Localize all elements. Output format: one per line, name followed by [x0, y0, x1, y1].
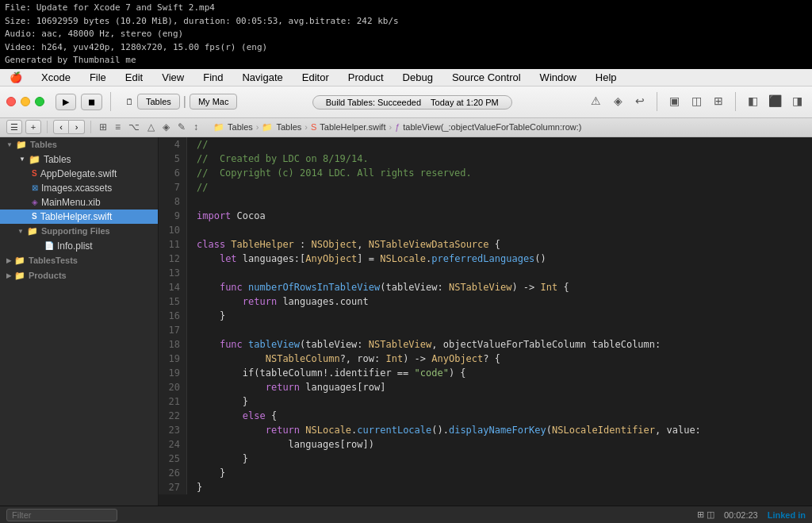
stop-button[interactable]: ◼	[81, 94, 102, 110]
sidebar-item-tables-group[interactable]: ▼ 📁 Tables	[0, 152, 158, 167]
navigator-icon[interactable]: ◧	[744, 92, 761, 110]
linkedin-badge: Linked in	[768, 510, 806, 520]
code-line-5: // Created by LDC on 8/19/14.	[197, 152, 701, 166]
ln-13: 13	[165, 266, 180, 280]
fullscreen-button[interactable]	[35, 97, 44, 106]
code-line-21: }	[197, 394, 701, 409]
toolbar: ▶ ◼ 🗒 Tables | My Mac Build Tables: Succ…	[0, 87, 812, 118]
menu-debug[interactable]: Debug	[400, 70, 436, 85]
editor-assistant-icon[interactable]: ◫	[688, 92, 705, 110]
menu-source-control[interactable]: Source Control	[449, 70, 524, 85]
code-line-17	[197, 323, 701, 337]
ln-8: 8	[165, 194, 180, 209]
info-line-5: Generated by Thumbnail me	[5, 54, 807, 67]
breadcrumb: 📁 Tables › 📁 Tables › S TableHelper.swif…	[204, 117, 806, 137]
sidebar-item-images[interactable]: ⊠ Images.xcassets	[0, 181, 158, 195]
menu-file[interactable]: File	[86, 70, 109, 85]
menu-product[interactable]: Product	[345, 70, 387, 85]
code-line-7: //	[197, 180, 701, 194]
nav-btns: ‹ ›	[53, 120, 85, 134]
inspector-icon[interactable]: ◨	[788, 92, 806, 110]
menu-xcode[interactable]: Xcode	[38, 70, 74, 85]
code-line-26: }	[197, 466, 701, 480]
menu-find[interactable]: Find	[200, 70, 226, 85]
breadcrumb-icon-2: 📁	[262, 122, 273, 133]
debug-icon[interactable]: ⬛	[766, 92, 783, 110]
warning-icon[interactable]: ⚠	[587, 92, 604, 110]
timestamp: 00:02:23	[724, 510, 758, 520]
close-button[interactable]	[6, 97, 16, 106]
sidebar-item-label-tablehelper: TableHelper.swift	[40, 211, 113, 222]
main-area: ▼ 📁 Tables ▼ 📁 Tables S AppDelegate.swif…	[0, 137, 812, 524]
secondary-toolbar: ☰ + ‹ › ⊞ ≡ ⌥ △ ◈ ✎ ↕ 📁 Tables › 📁 Table…	[0, 118, 812, 137]
breakpoint-nav-icon[interactable]: ◈	[160, 121, 172, 133]
sidebar: ▼ 📁 Tables ▼ 📁 Tables S AppDelegate.swif…	[0, 137, 159, 524]
code-line-6: // Copyright (c) 2014 LDC. All rights re…	[197, 166, 701, 180]
sidebar-item-label-images: Images.xcassets	[41, 183, 112, 194]
sidebar-group-tables[interactable]: ▼ 📁 Tables	[0, 137, 158, 152]
code-editor[interactable]: 4 5 6 7 8 9 10 11 12 13 14 15 16 17 18 1…	[159, 137, 812, 524]
sidebar-item-tablehelper[interactable]: S TableHelper.swift	[0, 210, 158, 224]
sidebar-item-infoplist[interactable]: 📄 Info.plist	[0, 239, 158, 253]
tests-folder-icon: 📁	[14, 256, 25, 266]
nav-next[interactable]: ›	[69, 120, 85, 134]
sidebar-group-supporting[interactable]: ▼ 📁 Supporting Files	[0, 224, 158, 239]
breadcrumb-item-3[interactable]: TableHelper.swift	[320, 122, 385, 132]
run-button[interactable]: ▶	[56, 94, 76, 110]
warning-nav-icon[interactable]: △	[145, 121, 157, 133]
code-line-8	[197, 194, 701, 209]
menu-editor[interactable]: Editor	[299, 70, 332, 85]
editor-version-icon[interactable]: ⊞	[710, 92, 727, 110]
add-item-btn[interactable]: +	[25, 120, 41, 134]
refresh-icon[interactable]: ↩	[631, 92, 649, 110]
find-nav-icon[interactable]: ✎	[175, 121, 188, 133]
code-line-18b: NSTableColumn?, row: Int) -> AnyObject? …	[197, 352, 701, 366]
device-selector[interactable]: My Mac	[190, 94, 238, 110]
menu-view[interactable]: View	[159, 70, 187, 85]
git-icon[interactable]: ↕	[191, 121, 201, 133]
code-line-20: return languages[row]	[197, 380, 701, 394]
filter-input[interactable]	[6, 509, 117, 521]
minimize-button[interactable]	[21, 97, 30, 106]
breadcrumb-item-1[interactable]: Tables	[228, 122, 253, 132]
bottom-bar: ⊞ ◫ 00:02:23 Linked in	[0, 506, 812, 523]
sidebar-item-label-infoplist: Info.plist	[57, 240, 93, 252]
hierarchy-icon[interactable]: ⊞	[97, 121, 109, 133]
menu-bar: 🍎 Xcode File Edit View Find Navigate Edi…	[0, 69, 812, 87]
ln-16: 16	[165, 309, 180, 323]
sep3	[735, 92, 736, 111]
triangle-icon: ▼	[6, 141, 13, 148]
code-line-15: return languages.count	[197, 294, 701, 309]
filter-icon[interactable]: ⌥	[126, 121, 142, 133]
menu-help[interactable]: Help	[592, 70, 620, 85]
ln-10: 10	[165, 223, 180, 237]
sort-icon[interactable]: ≡	[113, 121, 123, 133]
products-triangle: ▶	[6, 272, 11, 279]
sidebar-item-mainmenu[interactable]: ◈ MainMenu.xib	[0, 195, 158, 210]
info-line-3: Audio: aac, 48000 Hz, stereo (eng)	[5, 28, 807, 41]
sidebar-group-products[interactable]: ▶ 📁 Products	[0, 268, 158, 283]
apple-menu[interactable]: 🍎	[6, 70, 25, 85]
ln-4: 4	[165, 137, 180, 152]
ln-17: 17	[165, 323, 180, 337]
nav-prev[interactable]: ‹	[53, 120, 69, 134]
code-line-23: return NSLocale.currentLocale().displayN…	[197, 423, 701, 437]
code-line-24: languages[row])	[197, 437, 701, 452]
status-area: Build Tables: Succeeded Today at 1:20 PM	[242, 94, 582, 110]
sidebar-group-tablestests[interactable]: ▶ 📁 TablesTests	[0, 253, 158, 268]
breadcrumb-sep-1: ›	[256, 122, 259, 132]
breadcrumb-item-2[interactable]: Tables	[276, 122, 301, 132]
toolbar-separator	[110, 92, 111, 111]
menu-window[interactable]: Window	[537, 70, 580, 85]
menu-navigate[interactable]: Navigate	[239, 70, 285, 85]
editor-standard-icon[interactable]: ▣	[665, 92, 683, 110]
code-line-25: }	[197, 452, 701, 466]
scheme-selector[interactable]: Tables	[137, 94, 180, 110]
sidebar-group-label-products: Products	[29, 271, 67, 280]
sidebar-toggle[interactable]: ☰	[6, 120, 22, 134]
sidebar-item-appdelegate[interactable]: S AppDelegate.swift	[0, 167, 158, 181]
breakpoint-icon[interactable]: ◈	[609, 92, 626, 110]
menu-edit[interactable]: Edit	[122, 70, 146, 85]
supporting-folder-icon: 📁	[27, 226, 38, 237]
breadcrumb-item-4[interactable]: tableView(_:objectValueForTableColumn:ro…	[403, 122, 581, 132]
